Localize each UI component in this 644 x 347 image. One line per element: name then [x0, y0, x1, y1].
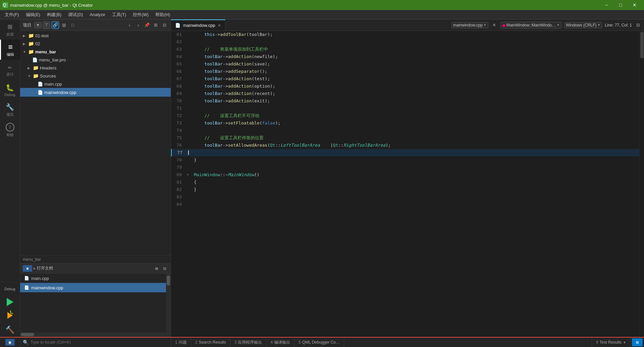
code-line-67: 67 toolBar->addAction(test);	[171, 75, 639, 83]
menu-file[interactable]: 文件(F)	[1, 11, 22, 18]
tree-item-pro[interactable]: 📄 menu_bar.pro	[20, 56, 171, 64]
sidebar-item-debug[interactable]: 🐛 Debug	[0, 80, 20, 100]
editor-vscroll-thumb	[640, 32, 644, 58]
expand-arrow[interactable]: ▶	[34, 266, 36, 270]
menu-widgets[interactable]: 控件(W)	[129, 11, 152, 18]
code-line-70: 70 toolBar->addAction(exit);	[171, 97, 639, 105]
sidebar-item-project[interactable]: 🔧 项目	[0, 100, 20, 120]
close-button[interactable]: ✕	[628, 0, 641, 10]
minimize-button[interactable]: −	[600, 0, 613, 10]
bottom-tab-appout[interactable]: 3 应用程序输出	[230, 338, 267, 347]
tree-label-menubar: menu_bar	[35, 49, 56, 54]
menu-analyze[interactable]: Analyze	[86, 11, 108, 18]
menu-help[interactable]: 帮助(H)	[152, 11, 173, 18]
tab-file-icon: 📄	[175, 23, 180, 28]
tab-close-icon[interactable]: ✕	[218, 23, 221, 28]
search-input[interactable]	[31, 340, 168, 345]
expand-panel-button[interactable]: ⊟	[161, 21, 168, 29]
tree-item-sources[interactable]: ▼ 📁 Sources	[20, 72, 171, 80]
code-line-75: 75 // 设置工具栏停靠的位置	[171, 134, 639, 142]
open-doc-item-mainwindow[interactable]: 📄 mainwindow.cpp	[20, 283, 166, 292]
view-button[interactable]: □	[69, 21, 76, 29]
code-editor[interactable]: 61 this->addToolBar(toolBar); 62	[171, 31, 639, 337]
tree-label-sources: Sources	[40, 73, 56, 79]
code-61[interactable]: this->addToolBar(toolBar);	[191, 31, 639, 38]
next-button[interactable]: ›	[135, 21, 142, 29]
sidebar-item-welcome[interactable]: ⊞ 欢迎	[0, 19, 20, 40]
bottom-search-area: 🔍	[20, 338, 171, 347]
sidebar-item-debug-bottom[interactable]: Debug	[0, 282, 20, 295]
tree-item-02[interactable]: ▶ 📁 02	[20, 40, 171, 48]
tree-item-menubar[interactable]: ▼ 📁 menu_bar	[20, 48, 171, 56]
open-docs-add-button[interactable]: ⊞	[153, 265, 160, 272]
new-tab-button[interactable]: ⊞	[152, 21, 159, 29]
bottom-tab-qml[interactable]: 5 QML Debugger Co…	[294, 338, 344, 347]
file-tree: ▶ 📁 01-test ▶ 📁 02 ▼ 📁 menu_bar	[20, 31, 171, 255]
expand-editor-button[interactable]: ⊟	[635, 22, 641, 29]
bottom-tab-test[interactable]: 8 Test Results ▼	[592, 338, 631, 347]
project-sort-dropdown[interactable]: ▼	[34, 22, 42, 28]
open-doc-item-main[interactable]: 📄 main.cpp	[20, 274, 166, 283]
tree-item-headers[interactable]: ▶ 📁 Headers	[20, 64, 171, 72]
open-docs-title: 打开文档	[37, 265, 152, 271]
editor-tab-mainwindow[interactable]: 📄 mainwindow.cpp ✕	[171, 19, 225, 31]
maximize-button[interactable]: □	[614, 0, 627, 10]
tab-test-dropdown[interactable]: ▼	[623, 341, 626, 344]
code-line-83: 83	[171, 193, 639, 201]
bottom-monitor-icon[interactable]: ▣	[5, 339, 15, 346]
code-line-81: 81 {	[171, 179, 639, 186]
design-label: 设计	[6, 72, 14, 77]
sidebar-item-edit[interactable]: ≡ 编辑	[0, 40, 20, 60]
bottom-right-btn[interactable]: ⊞	[632, 338, 643, 346]
build-button[interactable]: 🔨	[0, 322, 20, 337]
encoding-selector[interactable]: Windows (CRLF) ▼	[564, 22, 602, 28]
code-line-71: 71	[171, 105, 639, 112]
bottom-tab-search[interactable]: 2 Search Results	[191, 338, 230, 347]
debug-label: Debug	[4, 93, 15, 97]
run-button[interactable]	[0, 295, 20, 309]
run-debug-icon: 🐛	[7, 312, 13, 319]
function-name: MainWindow::MainWindo…	[506, 23, 556, 28]
tab-label-compile: 编译输出	[274, 340, 290, 345]
function-selector[interactable]: ◆ MainWindow::MainWindo… ▼	[500, 22, 561, 29]
prev-button[interactable]: ‹	[126, 21, 133, 29]
search-icon: 🔍	[23, 340, 29, 345]
enc-dropdown-arrow: ▼	[597, 23, 600, 27]
open-docs-collapse-button[interactable]: ⊟	[161, 265, 168, 272]
help-icon: ?	[6, 123, 14, 132]
editor-vscroll[interactable]	[639, 31, 644, 337]
run-debug-button[interactable]: 🐛	[0, 309, 20, 322]
tab-num-5: 5	[299, 340, 301, 345]
menu-debug[interactable]: 调试(D)	[65, 11, 86, 18]
folder-icon-sources: 📁	[33, 73, 39, 79]
menu-build[interactable]: 构建(B)	[44, 11, 65, 18]
project-toolbar: 项目 ▼ ⊤ 🔗 ⊞ □ ‹ › 📌 ⊞ ⊟	[20, 19, 171, 31]
tab-close-btn[interactable]: ✕	[491, 22, 498, 29]
bottom-tab-compile[interactable]: 4 编译输出	[266, 338, 294, 347]
docs-hscroll[interactable]	[20, 332, 171, 337]
tree-item-maincpp[interactable]: 📄 main.cpp	[20, 80, 171, 88]
pin-button[interactable]: 📌	[143, 21, 151, 29]
position-info: Line: 77, Col: 1	[605, 23, 632, 28]
tree-item-mainwindowcpp[interactable]: 📄 mainwindow.cpp	[20, 88, 171, 97]
docs-scrollbar[interactable]	[166, 274, 171, 332]
cpp-file-icon-mainwindow: 📄	[38, 90, 43, 95]
sidebar-item-design[interactable]: ✏ 设计	[0, 60, 20, 80]
tree-item-01test[interactable]: ▶ 📁 01-test	[20, 32, 171, 40]
menu-edit[interactable]: 编辑(E)	[22, 11, 44, 18]
add-file-button[interactable]: ⊞	[60, 21, 68, 29]
filter-button[interactable]: ⊤	[43, 21, 50, 29]
link-button[interactable]: 🔗	[52, 21, 59, 29]
code-line-80: 80 ▼ MainWindow::~MainWindow()	[171, 171, 639, 179]
debug-icon: 🐛	[6, 84, 14, 92]
pro-file-icon: 📄	[32, 57, 38, 62]
welcome-icon: ⊞	[8, 22, 12, 31]
bottom-tab-issues[interactable]: 1 问题	[171, 338, 191, 347]
tree-label-01test: 01-test	[35, 33, 49, 38]
folder-icon-menubar: 📁	[28, 49, 34, 54]
sidebar-item-help[interactable]: ? 帮助	[0, 120, 20, 140]
menu-tools[interactable]: 工具(T)	[109, 11, 130, 18]
bottom-status-row: ▣ 🔍 1 问题 2 Search Results 3 应用程序输出 4	[0, 337, 644, 347]
tab-dropdown[interactable]: mainwindow.cpp ▼	[451, 22, 488, 28]
encoding-label: Windows (CRLF)	[566, 23, 596, 28]
